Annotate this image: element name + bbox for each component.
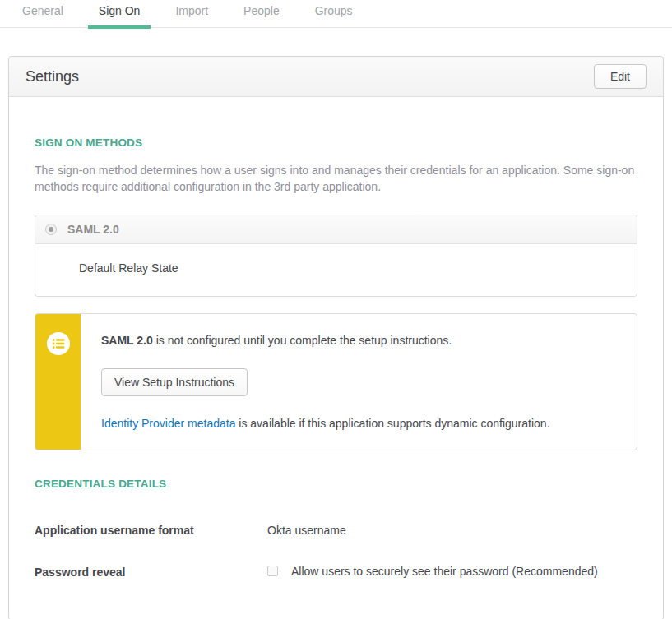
callout-message-rest: is not configured until you complete the… bbox=[153, 334, 452, 347]
default-relay-state-label: Default Relay State bbox=[79, 261, 178, 275]
saml-setup-callout: SAML 2.0 is not configured until you com… bbox=[35, 313, 637, 450]
tab-groups[interactable]: Groups bbox=[315, 3, 353, 28]
idp-metadata-suffix: is available if this application support… bbox=[235, 417, 549, 430]
identity-provider-metadata-link[interactable]: Identity Provider metadata bbox=[101, 417, 235, 430]
callout-content: SAML 2.0 is not configured until you com… bbox=[81, 314, 637, 450]
settings-panel-header: Settings Edit bbox=[9, 57, 663, 97]
tab-people[interactable]: People bbox=[243, 3, 280, 28]
view-setup-instructions-button[interactable]: View Setup Instructions bbox=[101, 368, 248, 396]
tab-general[interactable]: General bbox=[22, 3, 63, 28]
saml-method-label: SAML 2.0 bbox=[67, 223, 119, 236]
saml-method-box: SAML 2.0 Default Relay State bbox=[35, 215, 637, 297]
callout-yellow-strip bbox=[35, 314, 81, 450]
list-icon bbox=[47, 332, 70, 358]
callout-message-bold: SAML 2.0 bbox=[101, 334, 153, 347]
sign-on-methods-description: The sign-on method determines how a user… bbox=[35, 162, 635, 195]
password-reveal-checkbox[interactable] bbox=[267, 566, 278, 576]
callout-message: SAML 2.0 is not configured until you com… bbox=[101, 333, 620, 349]
radio-dot bbox=[49, 227, 53, 232]
credentials-row-password-reveal: Password reveal Allow users to securely … bbox=[35, 566, 637, 579]
saml-radio-button[interactable] bbox=[45, 224, 57, 235]
settings-panel-body: SIGN ON METHODS The sign-on method deter… bbox=[9, 136, 663, 619]
saml-method-body: Default Relay State bbox=[35, 244, 637, 296]
password-reveal-description: Allow users to securely see their passwo… bbox=[291, 566, 598, 578]
edit-button[interactable]: Edit bbox=[594, 64, 647, 89]
tab-bar: General Sign On Import People Groups bbox=[0, 0, 672, 28]
password-reveal-control: Allow users to securely see their passwo… bbox=[267, 566, 598, 578]
page-title: Settings bbox=[25, 68, 79, 85]
password-reveal-label: Password reveal bbox=[35, 566, 267, 579]
saml-method-header: SAML 2.0 bbox=[35, 215, 637, 244]
settings-panel: Settings Edit SIGN ON METHODS The sign-o… bbox=[8, 56, 664, 619]
sign-on-methods-heading: SIGN ON METHODS bbox=[35, 136, 637, 149]
credentials-details-heading: CREDENTIALS DETAILS bbox=[35, 478, 637, 490]
tab-import[interactable]: Import bbox=[175, 3, 208, 28]
credentials-row-username-format: Application username format Okta usernam… bbox=[35, 524, 637, 537]
idp-metadata-line: Identity Provider metadata is available … bbox=[101, 417, 620, 430]
tab-sign-on[interactable]: Sign On bbox=[99, 3, 141, 28]
application-username-format-label: Application username format bbox=[35, 524, 267, 537]
application-username-format-value: Okta username bbox=[267, 524, 346, 537]
